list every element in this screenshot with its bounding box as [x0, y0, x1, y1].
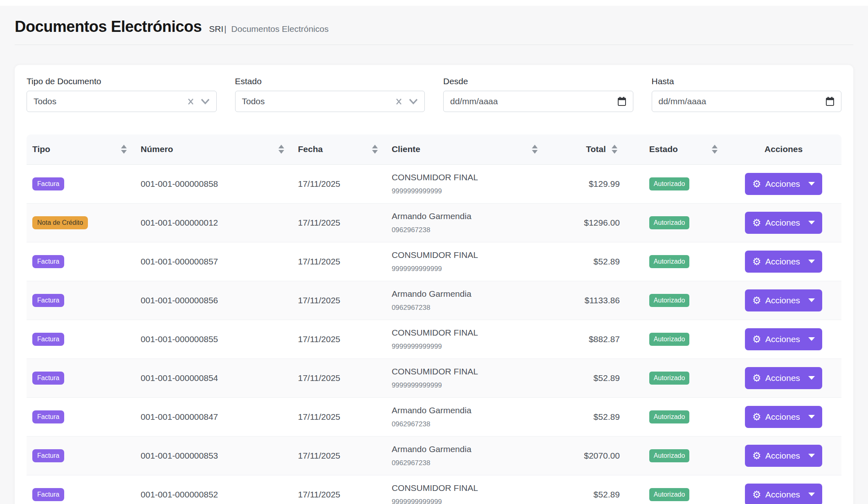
acciones-cell: ⚙ Acciones: [726, 397, 841, 436]
cliente-nombre: Armando Garmendia: [392, 289, 540, 299]
column-header-tipo[interactable]: Tipo: [27, 134, 135, 164]
calendar-icon[interactable]: [825, 96, 834, 106]
gear-icon: ⚙: [752, 257, 761, 267]
breadcrumb: SRI| Documentos Electrónicos: [209, 24, 328, 34]
numero-cell: 001-001-000000855: [135, 320, 292, 358]
column-header-acciones: Acciones: [726, 134, 841, 164]
acciones-button[interactable]: ⚙ Acciones: [745, 289, 822, 311]
column-header-total[interactable]: Total: [546, 134, 626, 164]
caret-down-icon[interactable]: [808, 493, 815, 496]
total-cell: $52.89: [546, 397, 626, 436]
calendar-icon[interactable]: [617, 96, 626, 106]
table-row: Factura 001-001-000000852 17/11/2025 CON…: [27, 475, 841, 504]
sort-icon[interactable]: [278, 145, 287, 154]
column-header-numero[interactable]: Número: [135, 134, 292, 164]
table-row: Factura 001-001-000000857 17/11/2025 CON…: [27, 242, 841, 281]
document-type-badge: Factura: [32, 333, 64, 346]
sort-icon[interactable]: [612, 145, 620, 154]
filter-hasta: Hasta dd/mm/aaaa: [652, 76, 842, 112]
hasta-placeholder: dd/mm/aaaa: [659, 96, 826, 106]
caret-down-icon[interactable]: [808, 298, 815, 302]
fecha-cell: 17/11/2025: [292, 436, 386, 475]
page-header: Documentos Electrónicos SRI| Documentos …: [0, 6, 868, 45]
page-title: Documentos Electrónicos: [15, 18, 202, 36]
document-type-badge: Factura: [32, 372, 64, 385]
acciones-button[interactable]: ⚙ Acciones: [745, 328, 822, 350]
cliente-id: 9999999999999: [392, 265, 540, 273]
clear-x-icon[interactable]: [187, 98, 194, 105]
acciones-button[interactable]: ⚙ Acciones: [745, 212, 822, 234]
caret-down-icon[interactable]: [808, 376, 815, 380]
gear-icon: ⚙: [752, 451, 761, 461]
sort-icon[interactable]: [532, 145, 540, 154]
acciones-button[interactable]: ⚙ Acciones: [745, 406, 822, 428]
chevron-down-icon[interactable]: [409, 99, 418, 105]
total-cell: $52.89: [546, 358, 626, 397]
acciones-cell: ⚙ Acciones: [726, 164, 841, 203]
cliente-id: 9999999999999: [392, 498, 540, 504]
sort-icon[interactable]: [121, 145, 129, 154]
acciones-button-label: Acciones: [765, 373, 800, 383]
caret-down-icon[interactable]: [808, 337, 815, 341]
tipo-cell: Factura: [27, 475, 135, 504]
status-badge: Autorizado: [649, 177, 690, 190]
tipo-cell: Factura: [27, 164, 135, 203]
caret-down-icon[interactable]: [808, 182, 815, 186]
breadcrumb-separator: |: [224, 24, 226, 34]
filter-desde: Desde dd/mm/aaaa: [443, 76, 633, 112]
table-row: Factura 001-001-000000855 17/11/2025 CON…: [27, 320, 841, 358]
numero-cell: 001-001-000000858: [135, 164, 292, 203]
chevron-down-icon[interactable]: [201, 99, 210, 105]
acciones-button[interactable]: ⚙ Acciones: [745, 367, 822, 389]
hasta-label: Hasta: [652, 76, 842, 86]
gear-icon: ⚙: [752, 179, 761, 189]
caret-down-icon[interactable]: [808, 221, 815, 224]
acciones-button[interactable]: ⚙ Acciones: [745, 445, 822, 467]
cliente-nombre: Armando Garmendia: [392, 405, 540, 416]
sort-icon[interactable]: [712, 145, 720, 154]
numero-cell: 001-001-000000847: [135, 397, 292, 436]
top-navbar: [0, 0, 868, 6]
cliente-nombre: CONSUMIDOR FINAL: [392, 172, 540, 183]
column-header-fecha[interactable]: Fecha: [292, 134, 386, 164]
cliente-cell: CONSUMIDOR FINAL 9999999999999: [386, 320, 546, 358]
total-cell: $2070.00: [546, 436, 626, 475]
sort-icon[interactable]: [372, 145, 380, 154]
fecha-cell: 17/11/2025: [292, 203, 386, 242]
table-header-row: Tipo Número Fecha Cliente: [27, 134, 841, 164]
estado-cell: Autorizado: [626, 358, 726, 397]
numero-cell: 001-001-000000012: [135, 203, 292, 242]
tipo-documento-select[interactable]: Todos: [27, 91, 217, 112]
clear-x-icon[interactable]: [395, 98, 402, 105]
cliente-cell: CONSUMIDOR FINAL 9999999999999: [386, 242, 546, 281]
hasta-date-input[interactable]: dd/mm/aaaa: [652, 91, 842, 112]
acciones-button[interactable]: ⚙ Acciones: [745, 173, 822, 195]
desde-date-input[interactable]: dd/mm/aaaa: [443, 91, 633, 112]
cliente-nombre: CONSUMIDOR FINAL: [392, 483, 540, 493]
column-header-cliente[interactable]: Cliente: [386, 134, 546, 164]
document-type-badge: Factura: [32, 488, 64, 501]
tipo-cell: Factura: [27, 281, 135, 320]
tipo-documento-label: Tipo de Documento: [27, 76, 217, 86]
estado-cell: Autorizado: [626, 203, 726, 242]
acciones-button[interactable]: ⚙ Acciones: [745, 251, 822, 273]
caret-down-icon[interactable]: [808, 415, 815, 419]
estado-cell: Autorizado: [626, 281, 726, 320]
acciones-button[interactable]: ⚙ Acciones: [745, 484, 822, 504]
numero-cell: 001-001-000000852: [135, 475, 292, 504]
status-badge: Autorizado: [649, 333, 690, 346]
estado-cell: Autorizado: [626, 397, 726, 436]
estado-select[interactable]: Todos: [235, 91, 425, 112]
estado-label: Estado: [235, 76, 425, 86]
estado-cell: Autorizado: [626, 436, 726, 475]
column-header-estado[interactable]: Estado: [626, 134, 726, 164]
caret-down-icon[interactable]: [808, 454, 815, 457]
gear-icon: ⚙: [752, 218, 761, 228]
desde-placeholder: dd/mm/aaaa: [450, 96, 617, 106]
document-type-badge: Factura: [32, 449, 64, 462]
caret-down-icon[interactable]: [808, 260, 815, 263]
status-badge: Autorizado: [649, 449, 690, 462]
fecha-cell: 17/11/2025: [292, 397, 386, 436]
breadcrumb-page[interactable]: Documentos Electrónicos: [231, 24, 329, 34]
document-type-badge: Nota de Crédito: [32, 216, 88, 229]
